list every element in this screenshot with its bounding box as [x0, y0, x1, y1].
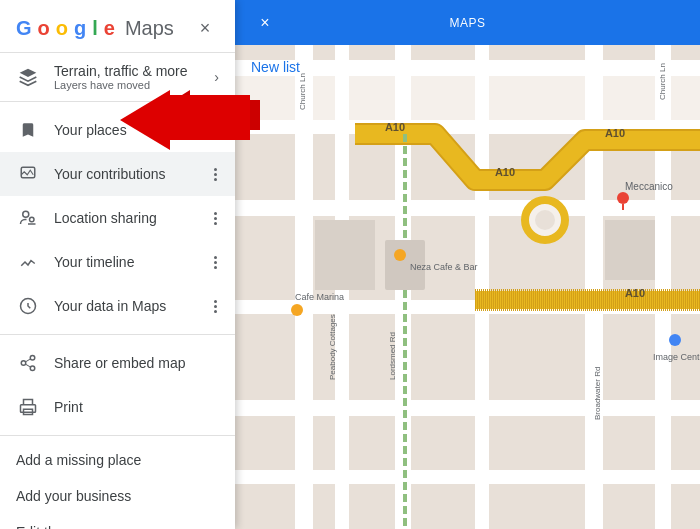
menu-section-3: Add a missing place Add your business Ed… [0, 436, 235, 529]
blue-header-bar: × MAPS [235, 0, 700, 45]
add-business-label: Add your business [16, 488, 219, 504]
svg-text:Cafe Marina: Cafe Marina [295, 292, 344, 302]
svg-rect-11 [235, 400, 700, 416]
google-maps-logo: Google Maps [16, 17, 174, 40]
menu-item-location-sharing[interactable]: Location sharing [0, 196, 235, 240]
svg-text:A10: A10 [625, 287, 645, 299]
menu-item-your-timeline[interactable]: Your timeline [0, 240, 235, 284]
svg-text:A10: A10 [605, 127, 625, 139]
print-label: Print [54, 399, 219, 415]
svg-point-46 [23, 211, 29, 217]
svg-point-50 [30, 366, 35, 371]
layers-text: Terrain, traffic & more Layers have move… [54, 63, 214, 91]
sidebar-header: Google Maps × [0, 0, 235, 53]
your-timeline-dots[interactable] [212, 254, 219, 271]
share-embed-label: Share or embed map [54, 355, 219, 371]
logo-e: e [104, 17, 115, 40]
menu-item-add-business[interactable]: Add your business [0, 478, 235, 514]
svg-rect-12 [235, 470, 700, 484]
your-contributions-label: Your contributions [54, 166, 212, 182]
bookmark-icon [16, 118, 40, 142]
data-icon [16, 294, 40, 318]
share-icon [16, 351, 40, 375]
svg-rect-14 [313, 76, 335, 120]
svg-text:Broadwater Rd: Broadwater Rd [593, 367, 602, 420]
sidebar: Google Maps × Terrain, traffic & more La… [0, 0, 235, 529]
contributions-icon [16, 162, 40, 186]
svg-rect-9 [235, 200, 700, 216]
svg-rect-5 [585, 0, 603, 529]
svg-text:A10: A10 [385, 121, 405, 133]
print-icon [16, 395, 40, 419]
add-missing-place-label: Add a missing place [16, 452, 219, 468]
your-timeline-label: Your timeline [54, 254, 212, 270]
svg-rect-15 [349, 76, 395, 120]
your-contributions-dots[interactable] [212, 166, 219, 183]
blue-close-icon: × [260, 14, 269, 32]
close-button[interactable]: × [191, 14, 219, 42]
new-list-button[interactable]: New list [251, 55, 300, 79]
new-list-section: New list [235, 45, 316, 89]
layers-title: Terrain, traffic & more [54, 63, 214, 79]
menu-item-share-embed[interactable]: Share or embed map [0, 341, 235, 385]
svg-text:Neza Cafe & Bar: Neza Cafe & Bar [410, 262, 478, 272]
svg-rect-26 [315, 220, 375, 290]
menu-item-edit-map[interactable]: Edit the map [0, 514, 235, 529]
svg-rect-16 [411, 76, 475, 120]
menu-item-add-missing-place[interactable]: Add a missing place [0, 442, 235, 478]
your-places-label: Your places [54, 122, 212, 138]
svg-text:A10: A10 [495, 166, 515, 178]
svg-point-48 [30, 356, 35, 361]
svg-point-30 [617, 192, 629, 204]
svg-rect-28 [605, 220, 655, 280]
svg-point-32 [394, 249, 406, 261]
your-places-dots[interactable] [212, 122, 219, 139]
svg-point-49 [21, 361, 26, 366]
svg-point-35 [669, 334, 681, 346]
layers-section[interactable]: Terrain, traffic & more Layers have move… [0, 53, 235, 102]
timeline-icon [16, 250, 40, 274]
your-data-label: Your data in Maps [54, 298, 212, 314]
location-sharing-dots[interactable] [212, 210, 219, 227]
menu-section-1: Your places Your contributions [0, 102, 235, 335]
svg-text:Peabody Cottages: Peabody Cottages [328, 314, 337, 380]
layers-arrow-icon: › [214, 69, 219, 85]
svg-text:Image Centre: Image Centre [653, 352, 700, 362]
svg-point-34 [291, 304, 303, 316]
menu-item-your-places[interactable]: Your places [0, 108, 235, 152]
layers-subtitle: Layers have moved [54, 79, 214, 91]
menu-item-print[interactable]: Print [0, 385, 235, 429]
blue-close-button[interactable]: × [251, 9, 279, 37]
logo-l: l [92, 17, 98, 40]
logo-o2: o [56, 17, 68, 40]
logo-maps-text: Maps [125, 17, 174, 40]
svg-text:Meccanico: Meccanico [625, 181, 673, 192]
svg-rect-17 [489, 76, 585, 120]
svg-text:Church Ln: Church Ln [658, 63, 667, 100]
location-sharing-label: Location sharing [54, 210, 212, 226]
location-sharing-icon [16, 206, 40, 230]
logo-o1: o [38, 17, 50, 40]
logo-g: G [16, 17, 32, 40]
your-data-dots[interactable] [212, 298, 219, 315]
maps-label: MAPS [449, 16, 485, 30]
menu-item-your-data[interactable]: Your data in Maps [0, 284, 235, 328]
edit-map-label: Edit the map [16, 524, 219, 529]
svg-text:Lordsmed Rd: Lordsmed Rd [388, 332, 397, 380]
layers-icon [16, 65, 40, 89]
menu-section-2: Share or embed map Print [0, 335, 235, 436]
menu-item-your-contributions[interactable]: Your contributions [0, 152, 235, 196]
svg-point-25 [535, 210, 555, 230]
svg-point-47 [30, 217, 35, 222]
svg-rect-18 [603, 76, 655, 120]
svg-rect-19 [671, 76, 700, 120]
logo-g2: g [74, 17, 86, 40]
